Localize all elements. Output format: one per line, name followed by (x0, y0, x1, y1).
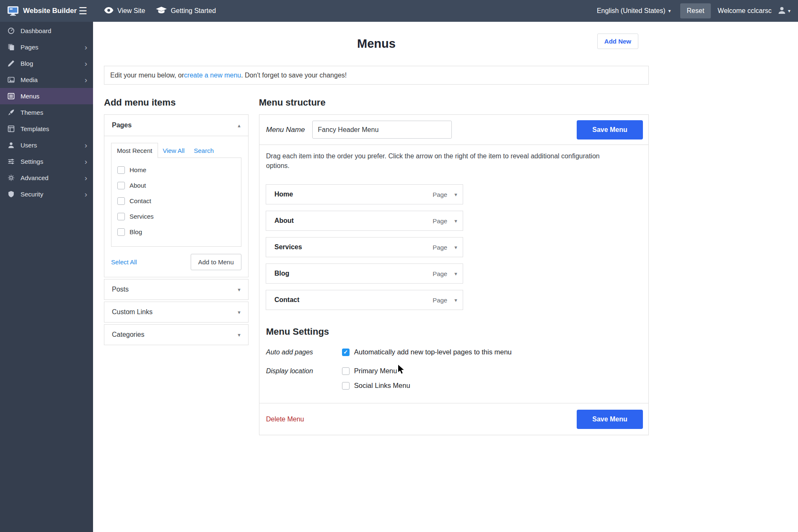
checkbox-contact[interactable] (117, 197, 125, 205)
sidebar-item-blog[interactable]: Blog › (0, 55, 93, 72)
posts-panel-header[interactable]: Posts ▾ (104, 279, 248, 300)
menu-structure-column: Menu structure Menu Name Save Menu Drag … (259, 97, 649, 435)
menu-name-input[interactable] (312, 121, 452, 139)
expand-arrow-icon[interactable]: ▾ (454, 244, 457, 251)
delete-menu-link[interactable]: Delete Menu (266, 416, 304, 423)
expand-arrow-icon[interactable]: ▾ (454, 218, 457, 224)
checkbox-about[interactable] (117, 182, 125, 189)
select-all-link[interactable]: Select All (111, 258, 137, 266)
checkbox-blog[interactable] (117, 228, 125, 236)
social-links-menu-label: Social Links Menu (354, 382, 410, 390)
save-menu-button-bottom[interactable]: Save Menu (577, 410, 643, 429)
auto-add-pages-label: Auto add pages (266, 348, 342, 356)
sidebar-item-label: Security (21, 191, 43, 198)
drag-instructions: Drag each item into the order you prefer… (259, 145, 611, 170)
expand-arrow-icon[interactable]: ▾ (454, 191, 457, 198)
checkbox-auto-add-pages[interactable] (342, 349, 350, 356)
getting-started-link[interactable]: Getting Started (156, 7, 216, 15)
sidebar-item-advanced[interactable]: Advanced › (0, 170, 93, 186)
menu-item-type: Page (433, 297, 447, 304)
sidebar-item-themes[interactable]: Themes (0, 104, 93, 121)
pages-panel-header[interactable]: Pages ▴ (104, 115, 248, 136)
sidebar-item-media[interactable]: Media › (0, 72, 93, 88)
sidebar-item-label: Settings (21, 158, 43, 165)
sidebar-item-label: Media (21, 76, 38, 83)
sidebar-item-templates[interactable]: Templates (0, 121, 93, 137)
list-item: Contact (111, 193, 241, 209)
pages-icon (8, 44, 15, 51)
view-site-link[interactable]: View Site (104, 7, 145, 15)
users-icon (8, 142, 15, 149)
topbar-right: English (United States) ▾ Reset Welcome … (597, 3, 790, 18)
checkbox-home[interactable] (117, 166, 125, 174)
media-icon (8, 76, 15, 83)
checkbox-social-links-menu[interactable] (342, 382, 350, 390)
menus-list-icon (8, 93, 15, 100)
social-links-menu-option: Social Links Menu (342, 382, 410, 390)
chevron-right-icon: › (85, 174, 87, 182)
auto-add-option: Automatically add new top-level pages to… (342, 348, 512, 356)
sidebar-item-users[interactable]: Users › (0, 137, 93, 153)
add-menu-items-column: Add menu items Pages ▴ Most Recent View … (104, 97, 249, 345)
auto-add-pages-row: Auto add pages Automatically add new top… (266, 348, 642, 356)
menu-item-row-home[interactable]: Home Page ▾ (266, 184, 463, 204)
brand-title: Website Builder (23, 7, 77, 15)
custom-links-panel-title: Custom Links (112, 308, 153, 316)
categories-panel-title: Categories (112, 331, 144, 338)
user-account-menu[interactable]: ▾ (777, 6, 790, 16)
menu-item-row-services[interactable]: Services Page ▾ (266, 237, 463, 257)
tab-most-recent[interactable]: Most Recent (111, 143, 158, 158)
sidebar-item-label: Dashboard (21, 27, 51, 34)
menu-item-row-about[interactable]: About Page ▾ (266, 211, 463, 231)
create-new-menu-link[interactable]: create a new menu (184, 72, 241, 79)
sidebar-item-settings[interactable]: Settings › (0, 153, 93, 170)
custom-links-panel: Custom Links ▾ (104, 302, 249, 323)
save-menu-button-top[interactable]: Save Menu (577, 120, 643, 139)
chevron-right-icon: › (85, 43, 87, 51)
hamburger-menu-icon[interactable]: ☰ (78, 5, 87, 17)
tab-view-all[interactable]: View All (158, 143, 189, 158)
menu-item-label: Services (275, 243, 302, 251)
sidebar-item-menus[interactable]: Menus (0, 88, 93, 104)
menu-item-type: Page (433, 244, 447, 251)
custom-links-panel-header[interactable]: Custom Links ▾ (104, 302, 248, 322)
checkbox-services[interactable] (117, 213, 125, 220)
user-icon (777, 6, 786, 16)
reset-button[interactable]: Reset (680, 3, 711, 18)
sidebar-item-pages[interactable]: Pages › (0, 39, 93, 55)
checkbox-label: Home (130, 166, 146, 173)
menu-item-label: About (275, 217, 294, 225)
add-new-button[interactable]: Add New (597, 34, 638, 49)
brand-area: Website Builder ☰ (0, 0, 93, 22)
categories-panel-header[interactable]: Categories ▾ (104, 325, 248, 345)
expand-arrow-icon[interactable]: ▾ (454, 297, 457, 303)
chevron-right-icon: › (85, 158, 87, 165)
gear-icon (8, 174, 15, 181)
menu-item-row-contact[interactable]: Contact Page ▾ (266, 290, 463, 310)
sidebar-item-dashboard[interactable]: Dashboard (0, 23, 93, 39)
language-selector[interactable]: English (United States) ▾ (597, 7, 671, 15)
sidebar-item-label: Templates (21, 125, 49, 132)
page-header: Menus Add New (104, 22, 649, 66)
sidebar: Dashboard Pages › Blog › Media › (0, 22, 93, 532)
menu-item-row-blog[interactable]: Blog Page ▾ (266, 263, 463, 284)
primary-menu-option: Primary Menu (342, 367, 410, 375)
notice-text-before: Edit your menu below, or (110, 72, 184, 79)
menu-name-row: Menu Name Save Menu (259, 115, 648, 145)
language-label: English (United States) (597, 7, 666, 15)
sidebar-item-security[interactable]: Security › (0, 186, 93, 202)
sidebar-item-label: Pages (21, 44, 39, 51)
categories-panel: Categories ▾ (104, 324, 249, 345)
menu-item-label: Home (275, 191, 293, 198)
checkbox-primary-menu[interactable] (342, 367, 350, 375)
tab-search[interactable]: Search (189, 143, 218, 158)
checkbox-label: Blog (130, 228, 142, 235)
menu-structure-panel: Menu Name Save Menu Drag each item into … (259, 114, 649, 435)
sidebar-item-label: Advanced (21, 174, 49, 181)
add-to-menu-button[interactable]: Add to Menu (191, 254, 241, 270)
main-content: Menus Add New Edit your menu below, or c… (93, 22, 798, 532)
display-location-row: Display location Primary Menu Social Lin… (266, 367, 642, 390)
notice-banner: Edit your menu below, or create a new me… (104, 66, 649, 85)
blog-pen-icon (8, 60, 15, 67)
expand-arrow-icon[interactable]: ▾ (454, 271, 457, 277)
